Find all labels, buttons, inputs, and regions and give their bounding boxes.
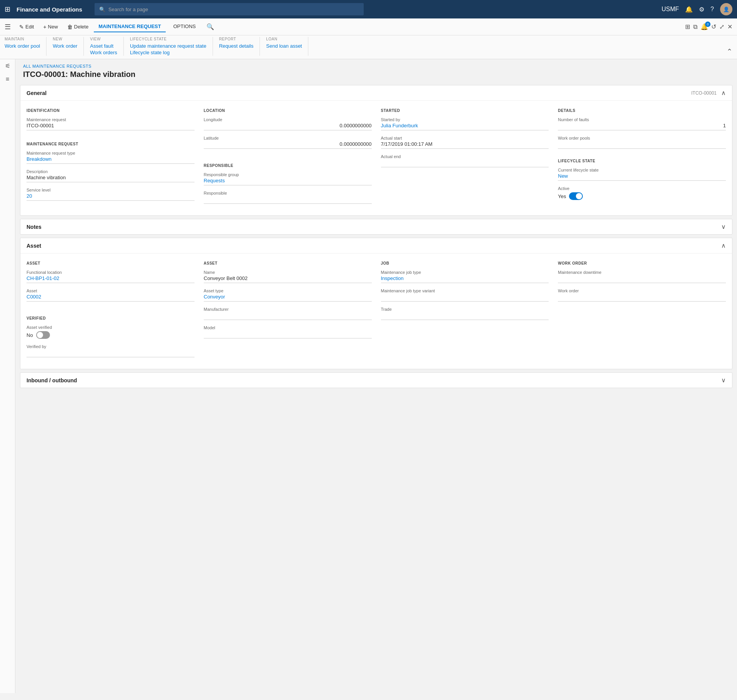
responsible-group-value[interactable]: Requests bbox=[204, 178, 372, 185]
delete-button[interactable]: 🗑 Delete bbox=[63, 22, 93, 32]
maint-request-type-value[interactable]: Breakdown bbox=[27, 156, 195, 164]
ribbon-item-work-order[interactable]: Work order bbox=[53, 43, 77, 49]
functional-location-value[interactable]: CH-BP1-01-02 bbox=[27, 275, 195, 283]
search-bar[interactable]: 🔍 bbox=[95, 3, 364, 15]
work-order-field: Work order bbox=[558, 288, 726, 302]
started-by-value[interactable]: Julia Funderburk bbox=[381, 123, 549, 130]
refresh-icon[interactable]: ↺ bbox=[711, 23, 716, 30]
hamburger-icon[interactable]: ☰ bbox=[5, 23, 11, 31]
ribbon-item-work-orders[interactable]: Work orders bbox=[90, 49, 117, 56]
current-state-value[interactable]: New bbox=[558, 173, 726, 181]
section-inbound-header[interactable]: Inbound / outbound ∨ bbox=[20, 373, 732, 388]
expand-icon[interactable]: ⤢ bbox=[719, 23, 724, 30]
functional-location-label: Functional location bbox=[27, 270, 195, 275]
asset-type-label: Asset type bbox=[204, 288, 372, 293]
section-general-header[interactable]: General ITCO-00001 ∧ bbox=[20, 85, 732, 101]
ribbon-item-lifecycle-log[interactable]: Lifecycle state log bbox=[130, 49, 206, 56]
job-type-field: Maintenance job type Inspection bbox=[381, 270, 549, 283]
notification-badge-icon[interactable]: 🔔 0 bbox=[700, 23, 708, 30]
latitude-field: Latitude 0.0000000000 bbox=[204, 136, 372, 149]
section-general: General ITCO-00001 ∧ IDENTIFICATION Main… bbox=[20, 85, 732, 216]
section-notes-header[interactable]: Notes ∨ bbox=[20, 219, 732, 234]
view-toggle-icon[interactable]: ⊞ bbox=[685, 23, 690, 30]
page-content: ALL MAINTENANCE REQUESTS ITCO-00001: Mac… bbox=[15, 59, 737, 693]
notification-icon[interactable]: 🔔 bbox=[685, 6, 693, 13]
asset-verified-toggle[interactable] bbox=[36, 331, 50, 339]
ribbon-item-asset-fault[interactable]: Asset fault bbox=[90, 43, 117, 49]
job-variant-label: Maintenance job type variant bbox=[381, 288, 549, 293]
delete-label: Delete bbox=[74, 24, 89, 30]
general-col2: LOCATION Longitude 0.0000000000 Latitude… bbox=[204, 107, 372, 209]
ribbon-collapse-icon[interactable]: ⌃ bbox=[727, 47, 732, 56]
faults-value: 1 bbox=[558, 123, 726, 130]
filter-icon[interactable]: ⚟ bbox=[5, 62, 10, 70]
responsible-group-field: Responsible group Requests bbox=[204, 172, 372, 185]
maintenance-request-value: ITCO-00001 bbox=[27, 123, 195, 130]
ribbon-group-maintain: MAINTAIN Work order pool bbox=[5, 37, 47, 56]
asset-name-value: Conveyor Belt 0002 bbox=[204, 275, 372, 283]
description-label: Description bbox=[27, 169, 195, 174]
ribbon-group-lifecycle-label: LIFECYCLE STATE bbox=[130, 37, 206, 41]
asset-id-value[interactable]: C0002 bbox=[27, 294, 195, 302]
service-level-field: Service level 20 bbox=[27, 188, 195, 201]
manufacturer-value bbox=[204, 312, 372, 320]
work-order-group-label: WORK ORDER bbox=[558, 261, 726, 265]
job-col: JOB Maintenance job type Inspection Main… bbox=[381, 260, 549, 363]
general-col3: STARTED Started by Julia Funderburk Actu… bbox=[381, 107, 549, 209]
app-grid-icon[interactable]: ⊞ bbox=[5, 5, 10, 13]
open-in-new-icon[interactable]: ⧉ bbox=[693, 23, 697, 30]
asset-type-value[interactable]: Conveyor bbox=[204, 294, 372, 302]
ribbon-group-report-label: REPORT bbox=[219, 37, 254, 41]
pools-label: Work order pools bbox=[558, 136, 726, 140]
toolbar: ☰ ✎ Edit + New 🗑 Delete MAINTENANCE REQU… bbox=[0, 18, 737, 35]
active-toggle-container: Yes bbox=[558, 192, 726, 200]
actual-end-value bbox=[381, 160, 549, 167]
asset-field-columns: ASSET Functional location CH-BP1-01-02 A… bbox=[27, 260, 726, 363]
ribbon-group-lifecycle: LIFECYCLE STATE Update maintenance reque… bbox=[130, 37, 213, 56]
job-type-label: Maintenance job type bbox=[381, 270, 549, 275]
ribbon-item-update-state[interactable]: Update maintenance request state bbox=[130, 43, 206, 49]
trade-field: Trade bbox=[381, 307, 549, 320]
section-asset-header[interactable]: Asset ∧ bbox=[20, 238, 732, 253]
description-value: Machine vibration bbox=[27, 175, 195, 182]
ribbon-group-new: NEW Work order bbox=[53, 37, 84, 56]
search-toolbar-icon[interactable]: 🔍 bbox=[206, 23, 214, 30]
page-header: ALL MAINTENANCE REQUESTS ITCO-00001: Mac… bbox=[15, 59, 737, 82]
started-by-field: Started by Julia Funderburk bbox=[381, 117, 549, 130]
settings-icon[interactable]: ⚙ bbox=[699, 6, 704, 13]
ribbon-item-send-loan[interactable]: Send loan asset bbox=[266, 43, 302, 49]
page-title: ITCO-00001: Machine vibration bbox=[23, 70, 729, 79]
new-button[interactable]: + New bbox=[39, 22, 62, 32]
asset-id-field: Asset C0002 bbox=[27, 288, 195, 302]
avatar[interactable]: 👤 bbox=[720, 3, 732, 15]
maint-request-type-field: Maintenance request type Breakdown bbox=[27, 151, 195, 164]
section-inbound-chevron: ∨ bbox=[721, 377, 726, 384]
ribbon-group-loan: LOAN Send loan asset bbox=[266, 37, 308, 56]
service-level-value[interactable]: 20 bbox=[27, 193, 195, 201]
help-icon[interactable]: ? bbox=[710, 6, 714, 13]
menu-icon[interactable]: ≡ bbox=[6, 76, 9, 83]
responsible-value bbox=[204, 196, 372, 204]
edit-button[interactable]: ✎ Edit bbox=[15, 22, 38, 32]
general-field-columns: IDENTIFICATION Maintenance request ITCO-… bbox=[27, 107, 726, 209]
ribbon-item-work-order-pool[interactable]: Work order pool bbox=[5, 43, 40, 49]
tab-options[interactable]: OPTIONS bbox=[169, 21, 201, 32]
section-general-chevron: ∧ bbox=[721, 89, 726, 97]
close-icon[interactable]: ✕ bbox=[727, 23, 732, 30]
verified-by-value bbox=[27, 350, 195, 357]
job-type-value[interactable]: Inspection bbox=[381, 275, 549, 283]
search-input[interactable] bbox=[108, 7, 359, 12]
active-toggle-label: Yes bbox=[558, 193, 566, 199]
top-navigation: ⊞ Finance and Operations 🔍 USMF 🔔 ⚙ ? 👤 bbox=[0, 0, 737, 18]
identification-group-label: IDENTIFICATION bbox=[27, 108, 195, 113]
ribbon-item-request-details[interactable]: Request details bbox=[219, 43, 254, 49]
actual-end-field: Actual end bbox=[381, 154, 549, 167]
tab-maintenance-request[interactable]: MAINTENANCE REQUEST bbox=[94, 21, 166, 32]
downtime-label: Maintenance downtime bbox=[558, 270, 726, 275]
active-toggle[interactable] bbox=[569, 192, 583, 200]
app-title: Finance and Operations bbox=[17, 6, 82, 13]
breadcrumb[interactable]: ALL MAINTENANCE REQUESTS bbox=[23, 64, 729, 68]
maint-request-type-label: Maintenance request type bbox=[27, 151, 195, 155]
details-group-label: DETAILS bbox=[558, 108, 726, 113]
current-state-label: Current lifecycle state bbox=[558, 168, 726, 172]
